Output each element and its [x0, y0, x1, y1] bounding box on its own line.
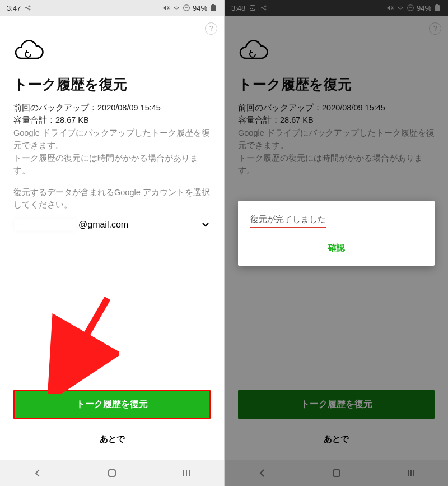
volume-mute-icon	[162, 4, 170, 12]
restore-button[interactable]: トーク履歴を復元	[13, 390, 211, 419]
last-backup: 前回のバックアップ：2020/08/09 15:45	[13, 101, 211, 114]
navigation-bar	[0, 460, 224, 486]
wifi-icon	[172, 4, 180, 12]
do-not-disturb-icon	[183, 4, 190, 12]
back-button[interactable]	[26, 465, 49, 481]
help-button[interactable]: ?	[205, 22, 217, 35]
account-name-redacted	[15, 219, 76, 230]
home-button[interactable]	[101, 465, 123, 481]
total-size: 容量合計：28.67 KB	[13, 114, 211, 126]
svg-point-1	[29, 6, 30, 7]
main-content: ? トーク履歴を復元 前回のバックアップ：2020/08/09 15:45 容量…	[0, 16, 224, 460]
later-label: あとで	[100, 434, 125, 443]
help-label: ?	[209, 25, 213, 33]
chevron-down-icon	[202, 220, 209, 229]
battery-icon	[209, 4, 217, 12]
page-title: トーク履歴を復元	[13, 75, 211, 94]
last-backup-label: 前回のバックアップ：	[13, 103, 97, 112]
dialog-ok-button[interactable]: 確認	[250, 228, 422, 257]
screen-after: 3:48 94% ?	[224, 0, 448, 486]
description-3: 復元するデータが含まれるGoogle アカウントを選択してください。	[13, 186, 211, 211]
account-selector[interactable]: @gmail.com	[13, 216, 211, 234]
share-icon	[24, 4, 32, 12]
restore-button-label: トーク履歴を復元	[76, 399, 148, 409]
status-time: 3:47	[7, 4, 21, 12]
svg-rect-5	[212, 4, 214, 5]
completion-dialog: 復元が完了しました 確認	[238, 201, 435, 266]
description-2: トーク履歴の復元には時間がかかる場合があります。	[13, 152, 211, 177]
later-button[interactable]: あとで	[13, 428, 211, 460]
account-email-suffix: @gmail.com	[78, 220, 128, 230]
svg-rect-4	[211, 5, 216, 11]
status-battery: 94%	[193, 4, 207, 12]
last-backup-value: 2020/08/09 15:45	[97, 103, 161, 112]
dialog-ok-label: 確認	[328, 243, 345, 252]
svg-point-2	[29, 9, 30, 10]
status-bar: 3:47 94%	[0, 0, 224, 16]
description-1: Google ドライブにバックアップしたトーク履歴を復元できます。	[13, 127, 211, 152]
dialog-message: 復元が完了しました	[250, 214, 326, 228]
cloud-restore-icon	[13, 40, 211, 65]
size-label: 容量合計：	[13, 115, 55, 124]
screen-before: 3:47 94% ?	[0, 0, 224, 486]
size-value: 28.67 KB	[55, 115, 89, 124]
svg-point-0	[26, 7, 27, 8]
recent-button[interactable]	[175, 465, 198, 481]
svg-rect-6	[109, 470, 115, 476]
